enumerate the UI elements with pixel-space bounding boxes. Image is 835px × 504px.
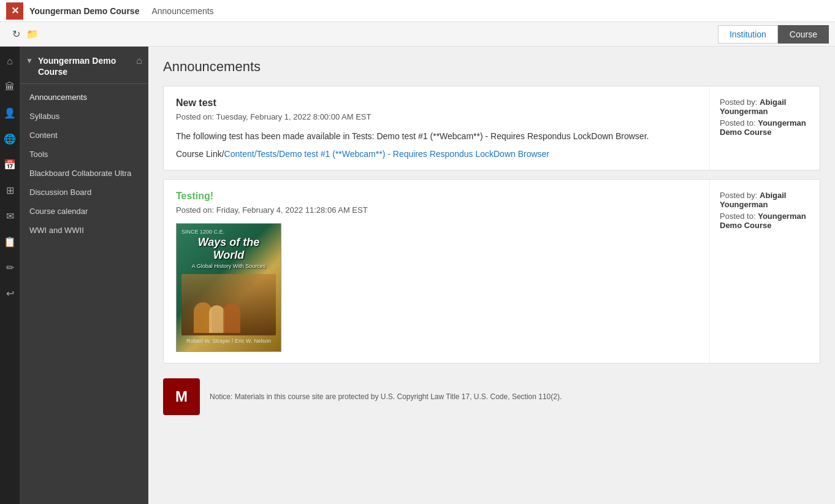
posted-by-label-1: Posted by: Abigail Youngerman <box>720 97 810 116</box>
second-bar: ↻ 📁 Institution Course <box>0 22 835 47</box>
announcement-body-2: Testing! Posted on: Friday, February 4, … <box>164 180 709 363</box>
main-layout: ⌂ 🏛 👤 🌐 📅 ⊞ ✉ 📋 ✏ ↩ ▼ Youngerman Demo Co… <box>0 47 835 504</box>
page-title: Announcements <box>163 59 820 75</box>
book-subtitle: A Global History With Sources <box>192 263 266 269</box>
refresh-icon[interactable]: ↻ <box>12 28 20 40</box>
top-bar-course-title: Youngerman Demo Course <box>29 6 139 16</box>
sidebar-item-calendar[interactable]: Course calendar <box>20 202 148 221</box>
people-nav-icon[interactable]: 👤 <box>1 104 18 121</box>
institution-tab[interactable]: Institution <box>718 25 778 44</box>
posted-to-label-2: Posted to: Youngerman Demo Course <box>720 212 810 230</box>
sidebar-course-header: ▼ Youngerman Demo Course ⌂ <box>20 47 148 84</box>
institution-nav-icon[interactable]: 🏛 <box>1 78 18 96</box>
top-bar: ✕ Youngerman Demo Course Announcements <box>0 0 835 22</box>
icon-nav: ⌂ 🏛 👤 🌐 📅 ⊞ ✉ 📋 ✏ ↩ <box>0 47 20 504</box>
grid-nav-icon[interactable]: ⊞ <box>1 181 18 199</box>
book-authors: Robert W. Strayer / Eric W. Nelson <box>186 338 271 344</box>
announcement-date-2: Posted on: Friday, February 4, 2022 11:2… <box>176 205 697 215</box>
sidebar-item-content[interactable]: Content <box>20 126 148 145</box>
calendar-nav-icon[interactable]: 📅 <box>1 156 18 173</box>
content-area: Announcements New test Posted on: Tuesda… <box>148 47 835 504</box>
top-bar-breadcrumb: Announcements <box>151 6 213 16</box>
email-nav-icon[interactable]: ✉ <box>1 207 18 224</box>
folder-icon[interactable]: 📁 <box>26 28 39 40</box>
sidebar-item-tools[interactable]: Tools <box>20 145 148 164</box>
book-image: SINCE 1200 C.E. Ways of the World A Glob… <box>176 223 281 352</box>
announcement-title-1: New test <box>176 97 697 109</box>
sidebar-item-wwi[interactable]: WWI and WWII <box>20 221 148 240</box>
announcement-meta-1: Posted by: Abigail Youngerman Posted to:… <box>709 86 820 170</box>
notes-nav-icon[interactable]: 📋 <box>1 233 18 250</box>
sidebar-collapse-arrow[interactable]: ▼ <box>26 56 33 65</box>
view-tab-group: Institution Course <box>718 25 829 44</box>
sidebar-item-discussion[interactable]: Discussion Board <box>20 183 148 202</box>
sidebar-item-syllabus[interactable]: Syllabus <box>20 107 148 126</box>
footer-logo: M <box>163 378 200 415</box>
announcement-card-2: Testing! Posted on: Friday, February 4, … <box>163 179 820 364</box>
announcement-meta-2: Posted by: Abigail Youngerman Posted to:… <box>709 180 820 363</box>
announcement-link-1[interactable]: Content/Tests/Demo test #1 (**Webcam**) … <box>224 149 549 159</box>
announcement-title-2: Testing! <box>176 191 697 202</box>
sidebar-course-title: Youngerman Demo Course <box>38 55 131 77</box>
sidebar-home-icon[interactable]: ⌂ <box>136 55 142 66</box>
announcement-date-1: Posted on: Tuesday, February 1, 2022 8:0… <box>176 112 697 121</box>
announcement-text-1: The following test has been made availab… <box>176 130 697 143</box>
back-nav-icon[interactable]: ↩ <box>1 284 18 302</box>
footer-notice-text: Notice: Materials in this course site ar… <box>210 391 562 402</box>
book-since: SINCE 1200 C.E. <box>181 229 276 235</box>
globe-nav-icon[interactable]: 🌐 <box>1 130 18 147</box>
book-title: Ways of the World <box>181 236 276 262</box>
posted-by-label-2: Posted by: Abigail Youngerman <box>720 191 810 209</box>
sidebar-item-blackboard[interactable]: Blackboard Collaborate Ultra <box>20 164 148 183</box>
announcement-body: New test Posted on: Tuesday, February 1,… <box>164 86 709 170</box>
home-nav-icon[interactable]: ⌂ <box>1 53 18 70</box>
sidebar: ▼ Youngerman Demo Course ⌂ Announcements… <box>20 47 148 504</box>
sidebar-nav: Announcements Syllabus Content Tools Bla… <box>20 84 148 240</box>
footer-notice: M Notice: Materials in this course site … <box>163 372 820 421</box>
announcement-card: New test Posted on: Tuesday, February 1,… <box>163 86 820 170</box>
posted-to-label-1: Posted to: Youngerman Demo Course <box>720 118 810 137</box>
toolbar-icons: ↻ 📁 <box>6 28 39 40</box>
close-button[interactable]: ✕ <box>6 2 23 20</box>
edit-nav-icon[interactable]: ✏ <box>1 259 18 276</box>
sidebar-item-announcements[interactable]: Announcements <box>20 88 148 107</box>
announcement-link-prefix-1: Course Link/ <box>176 149 224 159</box>
course-tab[interactable]: Course <box>778 25 829 44</box>
